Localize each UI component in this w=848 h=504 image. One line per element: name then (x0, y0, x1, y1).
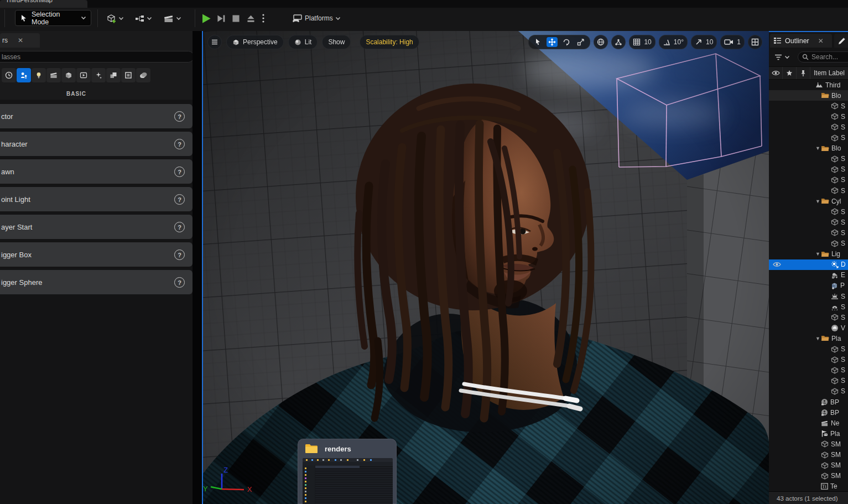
place-item[interactable]: ctor? (0, 104, 193, 128)
tab-thirdpersonmap[interactable]: ThirdPersonMap (0, 0, 87, 8)
search-classes-input[interactable]: lasses (0, 51, 194, 63)
pin-column-header[interactable] (797, 67, 810, 79)
outliner-row[interactable]: S (769, 386, 848, 397)
eject-button[interactable] (246, 13, 256, 23)
outliner-row[interactable]: D (769, 259, 848, 270)
place-actors-tab[interactable]: rs ✕ (0, 33, 40, 48)
tab-details-partial[interactable] (834, 34, 848, 48)
rotate-tool-button[interactable] (561, 38, 572, 46)
blueprints-button[interactable] (133, 10, 154, 27)
outliner-row[interactable]: S (769, 133, 848, 143)
outliner-row[interactable]: S (769, 111, 848, 122)
outliner-row[interactable]: S (769, 164, 848, 175)
outliner-row[interactable]: TtTe (769, 481, 848, 492)
outliner-row[interactable]: S (769, 185, 848, 196)
outliner-row[interactable]: BP (769, 407, 848, 418)
frame-skip-button[interactable] (216, 13, 226, 23)
cinematics-button[interactable] (162, 10, 184, 27)
quad-view-button[interactable] (748, 35, 762, 49)
move-tool-button[interactable] (547, 37, 558, 47)
outliner-row[interactable]: S (769, 122, 848, 132)
level-viewport[interactable]: Z X Y Perspective Lit Show Scalability: … (202, 31, 769, 504)
chevron-expanded-icon[interactable]: ▼ (815, 199, 821, 204)
outliner-row[interactable]: P (769, 280, 848, 291)
category-lights-icon[interactable] (32, 68, 46, 82)
help-icon[interactable]: ? (174, 139, 185, 149)
perspective-dropdown[interactable]: Perspective (226, 35, 284, 49)
outliner-row[interactable]: S (769, 217, 848, 227)
category-cinematic-icon[interactable] (46, 68, 61, 82)
outliner-row[interactable]: E (769, 270, 848, 280)
outliner-row[interactable]: S (769, 154, 848, 164)
grid-snap-control[interactable]: 10 (629, 35, 655, 49)
camera-speed-control[interactable]: 1 (720, 35, 745, 49)
help-icon[interactable]: ? (174, 277, 185, 288)
more-options-kebab-icon[interactable] (262, 14, 264, 23)
category-geometry-icon[interactable] (106, 68, 121, 82)
outliner-row[interactable]: S (769, 238, 848, 249)
outliner-row[interactable]: Blo (769, 90, 848, 101)
filter-icon[interactable] (774, 54, 782, 60)
help-icon[interactable]: ? (174, 167, 185, 177)
category-basic-icon[interactable] (17, 68, 31, 82)
platforms-dropdown[interactable]: Platforms (290, 10, 343, 27)
category-visual-effects-icon[interactable] (91, 68, 106, 82)
help-icon[interactable]: ? (174, 111, 185, 122)
close-icon[interactable]: ✕ (18, 37, 23, 44)
chevron-expanded-icon[interactable]: ▼ (815, 251, 821, 257)
outliner-row[interactable]: S (769, 376, 848, 386)
world-space-toggle[interactable] (594, 35, 608, 49)
close-icon[interactable]: ✕ (818, 37, 824, 45)
category-volumes-icon[interactable] (121, 68, 136, 82)
chevron-expanded-icon[interactable]: ▼ (815, 146, 821, 151)
outliner-row[interactable]: S (769, 365, 848, 376)
outliner-row[interactable]: Third (769, 80, 848, 90)
help-icon[interactable]: ? (174, 250, 185, 260)
place-item[interactable]: oint Light? (0, 187, 193, 211)
add-actor-button[interactable] (104, 10, 126, 27)
category-shapes-icon[interactable] (61, 68, 76, 82)
lit-dropdown[interactable]: Lit (288, 35, 318, 49)
scale-tool-button[interactable] (575, 38, 586, 46)
outliner-row[interactable]: S (769, 175, 848, 185)
category-all-classes-icon[interactable] (136, 68, 150, 82)
outliner-row[interactable]: Pla (769, 428, 848, 439)
outliner-row[interactable]: S (769, 355, 848, 365)
select-tool-button[interactable] (532, 38, 543, 46)
chevron-expanded-icon[interactable]: ▼ (815, 336, 821, 341)
outliner-row[interactable]: BP (769, 397, 848, 407)
item-label-header[interactable]: Item Label (810, 69, 845, 77)
place-item[interactable]: ayer Start? (0, 215, 193, 239)
outliner-row[interactable]: S (769, 206, 848, 217)
outliner-row[interactable]: S (769, 344, 848, 355)
place-item[interactable]: haracter? (0, 132, 193, 156)
eye-icon[interactable] (773, 262, 781, 267)
outliner-row[interactable]: V (769, 323, 848, 333)
selection-mode-dropdown[interactable]: Selection Mode (15, 10, 91, 26)
category-recently-placed-icon[interactable] (2, 68, 16, 82)
outliner-row[interactable]: SM (769, 439, 848, 449)
outliner-row[interactable]: SM (769, 460, 848, 471)
renders-drag-preview[interactable]: renders (298, 439, 397, 504)
outliner-row[interactable]: S (769, 227, 848, 238)
outliner-row[interactable]: S (769, 291, 848, 302)
outliner-row[interactable]: ▼Lig (769, 249, 848, 259)
place-item[interactable]: igger Sphere? (0, 270, 193, 294)
outliner-search-input[interactable]: Search... (798, 51, 848, 63)
surface-snapping-button[interactable] (611, 35, 626, 49)
visibility-column-header[interactable] (769, 67, 783, 79)
rotation-snap-control[interactable]: 10° (659, 35, 688, 49)
place-item[interactable]: igger Box? (0, 242, 193, 267)
tab-outliner[interactable]: Outliner ✕ (770, 34, 832, 48)
chevron-down-icon[interactable] (784, 55, 790, 59)
favorites-column-header[interactable] (783, 67, 797, 79)
outliner-row[interactable]: Ne (769, 418, 848, 428)
outliner-row[interactable]: S (769, 312, 848, 323)
viewport-menu-button[interactable] (207, 35, 222, 49)
outliner-row[interactable]: S (769, 101, 848, 111)
stop-button[interactable] (231, 13, 241, 23)
scalability-button[interactable]: Scalability: High (360, 35, 419, 49)
outliner-row[interactable]: ▼Blo (769, 143, 848, 154)
play-button[interactable] (201, 13, 212, 24)
outliner-row[interactable]: ▼Pla (769, 333, 848, 344)
